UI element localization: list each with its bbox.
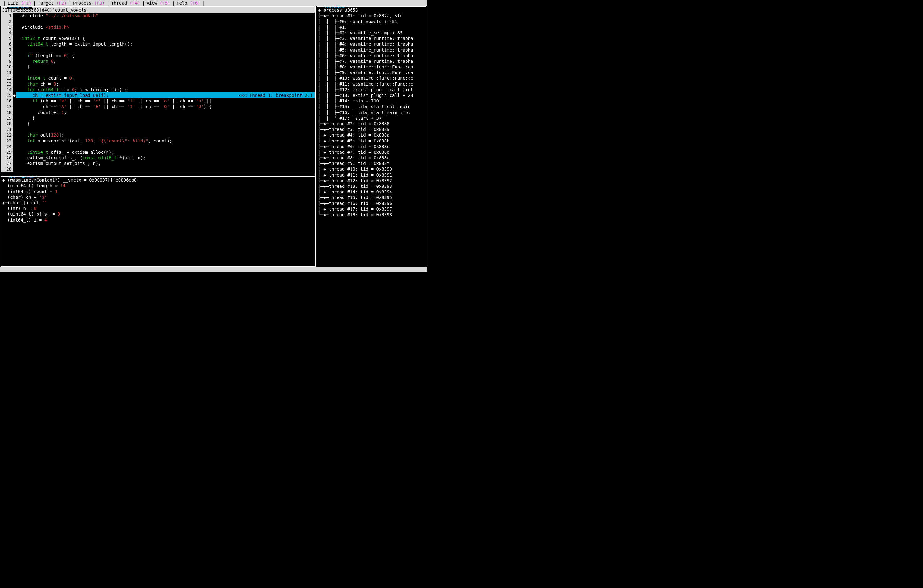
code-text: int n = snprintf(out, 128, "{\"count\": … <box>16 138 315 144</box>
menubar[interactable]: | LLDB (F1) | Target (F2) | Process (F3)… <box>0 0 427 6</box>
thread-row[interactable]: ├─◆─thread #9: tid = 0x838f <box>318 161 425 166</box>
code-line[interactable]: 15◆ ch = extism_input_load_u8(i);<<< Thr… <box>1 92 315 98</box>
thread-row[interactable]: ├─◆─thread #4: tid = 0x838a <box>318 132 425 138</box>
variables-body: ◆─(WasmtimeVMContext*) __vmctx = 0x00007… <box>1 177 315 223</box>
frame-row[interactable]: │ │ ├─#8: wasmtime::func::Func::ca <box>318 64 425 70</box>
code-line[interactable]: 12 int64_t count = 0; <box>1 75 315 81</box>
frame-row[interactable]: │ │ ├─#3: wasmtime_runtime::trapha <box>318 36 425 41</box>
frame-row[interactable]: │ │ ├─#12: extism_plugin_call [inl <box>318 87 425 92</box>
code-line[interactable]: 5 int32_t count_vowels() { <box>1 36 315 41</box>
line-number: 4 <box>1 30 13 36</box>
code-line[interactable]: 27 extism_output_set(offs_, n); <box>1 161 315 166</box>
code-line[interactable]: 17 ch == 'A' || ch == 'E' || ch == 'I' |… <box>1 104 315 109</box>
frame-row[interactable]: │ │ ├─#15: __libc_start_call_main <box>318 104 425 109</box>
frame-row[interactable]: │ │ ├─#1: <box>318 25 425 30</box>
line-number: 25 <box>1 149 13 155</box>
thread-row[interactable]: ├─◆─thread #10: tid = 0x8390 <box>318 166 425 172</box>
code-area[interactable]: 1 #include "../../extism-pdk.h"2 3 #incl… <box>1 13 315 172</box>
frame-row[interactable]: │ │ ├─#11: wasmtime::func::Func::c <box>318 81 425 87</box>
frame-row[interactable]: │ │ ├─#5: wasmtime_runtime::trapha <box>318 47 425 53</box>
variable-row[interactable]: (int64_t) i = 4 <box>2 217 313 223</box>
menu-item-view[interactable]: View (F5) <box>147 0 171 6</box>
thread-row[interactable]: ├─◆─thread #8: tid = 0x838e <box>318 155 425 161</box>
code-line[interactable]: 3 #include <stdio.h> <box>1 25 315 30</box>
code-line[interactable]: 1 #include "../../extism-pdk.h" <box>1 13 315 18</box>
code-text: char out[128]; <box>16 132 315 138</box>
frame-row[interactable]: │ │ ├─#6: wasmtime_runtime::trapha <box>318 53 425 59</box>
code-line[interactable]: 4 <box>1 30 315 36</box>
thread-row[interactable]: ├─◆─thread #6: tid = 0x838c <box>318 144 425 149</box>
menu-item-target[interactable]: Target (F2) <box>38 0 67 6</box>
frame-row[interactable]: │ │ ├─#9: wasmtime::func::Func::ca <box>318 70 425 75</box>
frame-row[interactable]: │ │ ├─#2: wasmtime_setjmp + 85 <box>318 30 425 36</box>
line-number: 22 <box>1 132 13 138</box>
code-line[interactable]: 16 if (ch == 'a' || ch == 'e' || ch == '… <box>1 98 315 104</box>
frame-row[interactable]: │ │ ├─#14: main + 710 <box>318 98 425 104</box>
thread-row[interactable]: ├─◆─thread #17: tid = 0x8397 <box>318 206 425 212</box>
menu-item-lldb[interactable]: LLDB (F1) <box>8 0 31 6</box>
thread-row[interactable]: └─◆─thread #18: tid = 0x8398 <box>318 212 425 218</box>
menu-item-help[interactable]: Help (F6) <box>177 0 200 6</box>
source-file-header: JIT(0x55555563fd40)`count_vowels <box>1 7 315 13</box>
thread-row[interactable]: ├─◆─thread #11: tid = 0x8391 <box>318 172 425 178</box>
line-number: 1 <box>1 13 13 18</box>
code-line[interactable]: 28 <box>1 166 315 172</box>
code-line[interactable]: 9 return 0; <box>1 59 315 64</box>
code-line[interactable]: 22 char out[128]; <box>1 132 315 138</box>
variable-row[interactable]: (int) n = 0 <box>2 206 313 211</box>
code-text: #include <stdio.h> <box>16 25 315 30</box>
frame-row[interactable]: │ │ ├─#4: wasmtime_runtime::trapha <box>318 41 425 47</box>
threads-pane[interactable]: <Threads> ◆─process 33658├─◆─thread #1: … <box>317 6 427 267</box>
code-line[interactable]: 26 extism_store(offs_, (const uint8_t *)… <box>1 155 315 161</box>
code-line[interactable]: 11 <box>1 70 315 75</box>
line-number: 11 <box>1 70 13 75</box>
code-line[interactable]: 21 <box>1 126 315 132</box>
thread-row[interactable]: ├─◆─thread #16: tid = 0x8396 <box>318 201 425 206</box>
variable-row[interactable]: (int64_t) count = 1 <box>2 189 313 194</box>
menu-item-process[interactable]: Process (F3) <box>73 0 105 6</box>
variables-pane[interactable]: <Variables> ◆─(WasmtimeVMContext*) __vmc… <box>1 176 315 267</box>
menu-item-thread[interactable]: Thread (F4) <box>111 0 140 6</box>
code-line[interactable]: 13 char ch = 0; <box>1 81 315 87</box>
main-area: <Sources> JIT(0x55555563fd40)`count_vowe… <box>0 6 427 267</box>
gutter-marker <box>13 81 16 87</box>
frame-row[interactable]: │ │ ├─#0: count_vowels + 451 <box>318 19 425 25</box>
frame-row[interactable]: │ │ ├─#7: wasmtime_runtime::trapha <box>318 59 425 64</box>
frame-row[interactable]: │ │ ├─#16: __libc_start_main_impl <box>318 110 425 115</box>
thread-row[interactable]: ├─◆─thread #7: tid = 0x838d <box>318 149 425 155</box>
code-line[interactable]: 8 if (length == 0) { <box>1 53 315 59</box>
thread-row[interactable]: ├─◆─thread #12: tid = 0x8392 <box>318 178 425 183</box>
frame-row[interactable]: │ │ ├─#10: wasmtime::func::Func::c <box>318 75 425 81</box>
gutter-marker <box>13 138 16 144</box>
frame-row[interactable]: │ │ └─#17: _start + 37 <box>318 115 425 121</box>
code-line[interactable]: 7 <box>1 47 315 53</box>
thread-row[interactable]: ├─◆─thread #5: tid = 0x838b <box>318 138 425 144</box>
variable-row[interactable]: ◆─(char[]) out "" <box>2 200 313 206</box>
thread-row[interactable]: ├─◆─thread #3: tid = 0x8389 <box>318 126 425 132</box>
thread-row[interactable]: ├─◆─thread #13: tid = 0x8393 <box>318 183 425 189</box>
thread-row[interactable]: ├─◆─thread #15: tid = 0x8395 <box>318 195 425 200</box>
code-text <box>16 70 315 75</box>
code-line[interactable]: 23 int n = snprintf(out, 128, "{\"count\… <box>1 138 315 144</box>
code-line[interactable]: 24 <box>1 144 315 149</box>
sources-pane[interactable]: <Sources> JIT(0x55555563fd40)`count_vowe… <box>1 6 315 175</box>
code-line[interactable]: 10 } <box>1 64 315 70</box>
gutter-marker <box>13 36 16 41</box>
thread-row[interactable]: ├─◆─thread #2: tid = 0x8388 <box>318 121 425 126</box>
code-line[interactable]: 25 uint64_t offs_ = extism_alloc(n); <box>1 149 315 155</box>
line-number: 6 <box>1 41 13 47</box>
code-line[interactable]: 6 uint64_t length = extism_input_length(… <box>1 41 315 47</box>
gutter-marker <box>13 70 16 75</box>
code-line[interactable]: 18 count += 1; <box>1 110 315 115</box>
code-line[interactable]: 19 } <box>1 115 315 121</box>
thread-row[interactable]: ├─◆─thread #1: tid = 0x837a, sto <box>318 13 425 18</box>
variable-row[interactable]: ◆─(WasmtimeVMContext*) __vmctx = 0x00007… <box>2 177 313 183</box>
code-line[interactable]: 2 <box>1 19 315 25</box>
variable-row[interactable]: (uint64_t) length = 14 <box>2 183 313 188</box>
code-line[interactable]: 20 } <box>1 121 315 126</box>
variable-row[interactable]: (uint64_t) offs_ = 0 <box>2 211 313 217</box>
code-line[interactable]: 14 for (int64_t i = 0; i < length; i++) … <box>1 87 315 92</box>
frame-row[interactable]: │ │ ├─#13: extism_plugin_call + 28 <box>318 92 425 98</box>
variable-row[interactable]: (char) ch = 's' <box>2 194 313 200</box>
thread-row[interactable]: ├─◆─thread #14: tid = 0x8394 <box>318 189 425 195</box>
